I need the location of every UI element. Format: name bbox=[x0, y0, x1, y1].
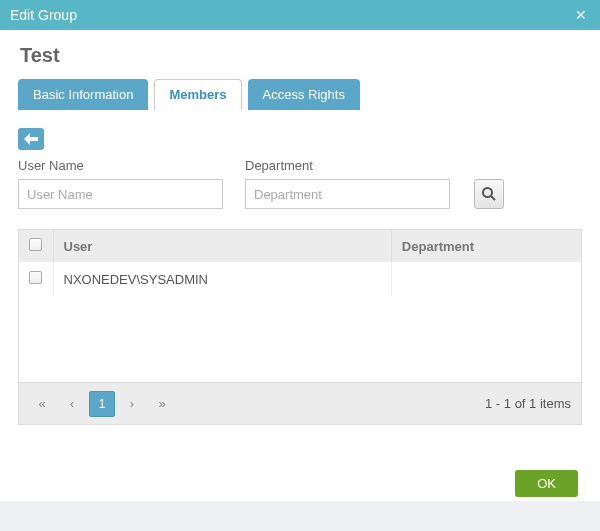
chevron-left-icon: ‹ bbox=[70, 396, 74, 411]
pager-page-label: 1 bbox=[98, 396, 105, 411]
tabs: Basic Information Members Access Rights bbox=[18, 79, 582, 110]
cell-user: NXONEDEV\SYSADMIN bbox=[53, 262, 391, 296]
column-header-user[interactable]: User bbox=[53, 230, 391, 262]
select-all-checkbox[interactable] bbox=[29, 238, 42, 251]
page-title: Test bbox=[20, 44, 582, 67]
department-field-wrap: Department bbox=[245, 158, 450, 209]
cell-department bbox=[391, 262, 581, 296]
table-row[interactable]: NXONEDEV\SYSADMIN bbox=[19, 262, 581, 296]
department-label: Department bbox=[245, 158, 450, 173]
arrow-left-icon bbox=[24, 133, 38, 145]
close-icon[interactable]: ✕ bbox=[572, 6, 590, 24]
tab-basic-information[interactable]: Basic Information bbox=[18, 79, 148, 110]
username-field-wrap: User Name bbox=[18, 158, 223, 209]
svg-point-0 bbox=[483, 188, 492, 197]
department-input[interactable] bbox=[245, 179, 450, 209]
back-button[interactable] bbox=[18, 128, 44, 150]
svg-line-1 bbox=[491, 196, 495, 200]
ok-button[interactable]: OK bbox=[515, 470, 578, 497]
pager-page-1[interactable]: 1 bbox=[89, 391, 115, 417]
search-icon bbox=[481, 186, 497, 202]
search-button[interactable] bbox=[474, 179, 504, 209]
pager-status: 1 - 1 of 1 items bbox=[485, 396, 571, 411]
tab-members[interactable]: Members bbox=[154, 79, 241, 110]
footer-strip bbox=[0, 501, 600, 531]
pager-last-button[interactable]: » bbox=[149, 391, 175, 417]
dialog-title: Edit Group bbox=[10, 7, 77, 23]
pager-next-button[interactable]: › bbox=[119, 391, 145, 417]
chevron-right-icon: › bbox=[130, 396, 134, 411]
dialog-titlebar: Edit Group ✕ bbox=[0, 0, 600, 30]
table-empty-area bbox=[19, 296, 581, 382]
pager-prev-button[interactable]: ‹ bbox=[59, 391, 85, 417]
tab-label: Basic Information bbox=[33, 87, 133, 102]
column-header-department[interactable]: Department bbox=[391, 230, 581, 262]
username-label: User Name bbox=[18, 158, 223, 173]
tab-label: Members bbox=[169, 87, 226, 102]
pager: « ‹ 1 › » 1 - 1 of 1 items bbox=[19, 382, 581, 424]
chevron-double-left-icon: « bbox=[38, 396, 45, 411]
chevron-double-right-icon: » bbox=[158, 396, 165, 411]
row-checkbox[interactable] bbox=[29, 271, 42, 284]
username-input[interactable] bbox=[18, 179, 223, 209]
members-table: User Department NXONEDEV\SYSADMIN « bbox=[18, 229, 582, 425]
tab-access-rights[interactable]: Access Rights bbox=[248, 79, 360, 110]
ok-label: OK bbox=[537, 476, 556, 491]
pager-first-button[interactable]: « bbox=[29, 391, 55, 417]
tab-label: Access Rights bbox=[263, 87, 345, 102]
